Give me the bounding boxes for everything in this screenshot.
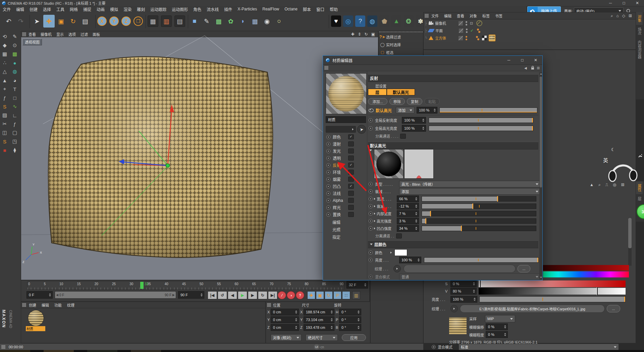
- channel-checkbox[interactable]: [348, 141, 354, 146]
- axis-lock-icon[interactable]: X: [97, 16, 107, 26]
- mm-menu-item[interactable]: 纹理: [64, 302, 77, 308]
- create-object-icon[interactable]: ■: [189, 15, 200, 28]
- channel-row[interactable]: 烟雾: [326, 176, 354, 183]
- tab-default-specular[interactable]: 默认高光: [387, 89, 415, 95]
- keyframe-button[interactable]: ⁄: [278, 291, 286, 299]
- tool-icon[interactable]: ➤: [31, 15, 43, 28]
- left-tool-icon[interactable]: ▦: [0, 50, 9, 58]
- separate-channels2-toggle[interactable]: [396, 233, 402, 238]
- left-tool-icon[interactable]: S: [0, 137, 9, 146]
- channel-row[interactable]: 颜色 ✓: [326, 133, 354, 140]
- rot-b[interactable]: 0 °: [339, 324, 361, 331]
- create-object-icon[interactable]: ○: [273, 15, 285, 28]
- sample-select[interactable]: MIP: [485, 315, 515, 322]
- am-header-icon[interactable]: ⌕: [596, 182, 603, 187]
- left-tool-icon[interactable]: ◳: [10, 137, 19, 146]
- transport-button[interactable]: ↻: [258, 291, 267, 299]
- render-icon[interactable]: ▤: [174, 15, 185, 27]
- me-minimize-button[interactable]: ─: [502, 56, 516, 64]
- menu-item[interactable]: Octane: [282, 7, 300, 11]
- transport-button[interactable]: ◀: [228, 291, 237, 299]
- tool-icon[interactable]: ↻: [67, 15, 79, 28]
- am-brightness-slider[interactable]: [479, 296, 626, 302]
- layer-box[interactable]: [459, 21, 463, 26]
- om-menu-item[interactable]: 查看: [454, 13, 467, 18]
- channel-extra-item[interactable]: 编辑: [326, 218, 340, 226]
- phong-tag-icon[interactable]: [477, 29, 480, 33]
- end-frame-spinner[interactable]: 90 F: [178, 291, 204, 299]
- channel-checkbox[interactable]: [348, 191, 354, 196]
- transport-button[interactable]: |◀: [208, 291, 217, 299]
- separate-channels-toggle[interactable]: [400, 134, 406, 139]
- transport-button[interactable]: ↺: [218, 291, 227, 299]
- texture-browse-button[interactable]: ...: [607, 305, 620, 312]
- left-tool-icon[interactable]: ∴: [0, 58, 9, 67]
- material-name-badge[interactable]: 材质: [26, 326, 45, 331]
- axis-lock-icon[interactable]: Y: [109, 16, 119, 26]
- render-icon[interactable]: ▥: [161, 15, 172, 27]
- s-spinner[interactable]: 0 %: [450, 280, 477, 287]
- global-specular-spinner[interactable]: 100 %: [402, 125, 426, 132]
- left-tool-icon[interactable]: ◆: [0, 41, 9, 50]
- palette-item-box-select[interactable]: ▢ 框选: [379, 48, 423, 56]
- menu-item[interactable]: 帮助: [327, 6, 340, 12]
- palette-item-live-select[interactable]: ◯ 实时选择: [379, 41, 423, 48]
- collapse-arrow-icon[interactable]: [369, 151, 372, 157]
- pos-y[interactable]: 0 cm: [271, 316, 299, 323]
- key-toggle-button[interactable]: ✚: [307, 291, 315, 299]
- channel-checkbox[interactable]: ✓: [348, 134, 354, 139]
- bump-strength-spinner[interactable]: 34 %: [397, 225, 419, 232]
- phong-tag-icon[interactable]: [476, 36, 479, 40]
- create-object-icon[interactable]: ▩: [213, 15, 224, 28]
- pos-x[interactable]: 0 cm: [271, 309, 299, 315]
- material-name-input[interactable]: 材质: [326, 116, 366, 123]
- layer-opacity-slider[interactable]: [439, 107, 537, 113]
- falloff-select[interactable]: 添加: [399, 188, 541, 195]
- layer-color-header[interactable]: 层颜色: [368, 240, 538, 248]
- s-gradient-slider[interactable]: [479, 280, 626, 287]
- color-swatch[interactable]: [394, 249, 407, 256]
- left-tool-icon[interactable]: ✂: [0, 120, 9, 128]
- layer-box[interactable]: [459, 36, 463, 40]
- remove-layer-button[interactable]: 移除: [389, 98, 405, 105]
- mm-menu-item[interactable]: 创建: [26, 302, 39, 308]
- menu-item[interactable]: 渲染: [121, 6, 134, 12]
- tab-layers[interactable]: 层: [368, 89, 387, 95]
- me-maximize-button[interactable]: □: [516, 56, 529, 64]
- me-preview[interactable]: [326, 73, 367, 114]
- left-tool-icon[interactable]: △: [0, 67, 9, 76]
- menu-item[interactable]: 角色: [191, 6, 204, 12]
- me-scrollbar[interactable]: [539, 72, 542, 279]
- axis-lock-icon[interactable]: Z: [121, 16, 131, 26]
- menu-item[interactable]: 插件: [221, 6, 235, 12]
- no-entry-tag-icon[interactable]: [476, 20, 482, 26]
- playhead[interactable]: [140, 282, 144, 289]
- key-toggle-button[interactable]: ∷: [342, 291, 350, 299]
- apply-button[interactable]: 应用: [342, 334, 366, 341]
- ime-mode-badge[interactable]: 英: [603, 157, 608, 164]
- layer-name[interactable]: 默认高光: [376, 107, 394, 113]
- layer-brightness-spinner[interactable]: 100 %: [399, 257, 421, 263]
- material-editor-window[interactable]: 材质编辑器 ─ □ ✕ ◀ ⊞ 材质 ➤ 颜色 ✓ 漫射: [323, 55, 543, 280]
- om-menu-item[interactable]: 书签: [492, 13, 505, 18]
- maximize-button[interactable]: □: [617, 0, 631, 6]
- timeline-ruler[interactable]: 051015202530354045505560657075808590 32: [27, 281, 344, 290]
- global-specular-slider[interactable]: [429, 126, 533, 131]
- left-tool-icon[interactable]: ▢: [10, 128, 19, 137]
- channel-row[interactable]: 漫射: [326, 140, 354, 147]
- tab-content-browser[interactable]: 内容浏览器: [636, 38, 643, 61]
- left-tool-icon[interactable]: ƒ: [0, 93, 9, 102]
- global-reflection-spinner[interactable]: 100 %: [402, 117, 426, 124]
- create-object-icon[interactable]: ▦: [249, 15, 261, 28]
- create-object-icon[interactable]: ◗: [237, 15, 249, 28]
- menu-item[interactable]: 模拟: [107, 6, 121, 12]
- layer-texture-browse[interactable]: ...: [518, 265, 530, 272]
- left-tool-icon[interactable]: ⟲: [0, 32, 9, 41]
- om-header-icon[interactable]: ◇: [621, 13, 627, 18]
- left-tool-icon[interactable]: ◫: [0, 128, 9, 137]
- om-menu-item[interactable]: 标签: [480, 13, 492, 18]
- texture-expand-button[interactable]: [450, 305, 458, 312]
- texture-expand-button[interactable]: [393, 265, 401, 272]
- minimize-button[interactable]: ─: [604, 0, 617, 6]
- copy-layer-button[interactable]: 复制: [407, 98, 422, 105]
